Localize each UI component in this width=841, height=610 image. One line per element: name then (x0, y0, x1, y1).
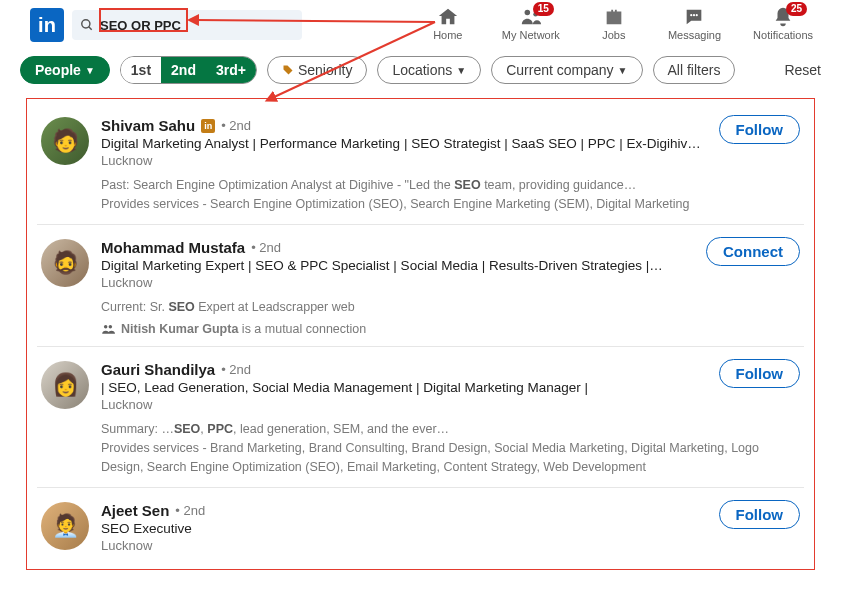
svg-point-6 (696, 14, 698, 16)
result-location: Lucknow (101, 538, 800, 553)
nav-jobs[interactable]: Jobs (592, 6, 636, 41)
follow-button[interactable]: Follow (719, 500, 801, 529)
result-degree: • 2nd (221, 118, 251, 133)
nav-label: My Network (502, 29, 560, 41)
results-region: 🧑 Shivam Sahu in • 2nd Digital Marketing… (0, 98, 841, 570)
result-location: Lucknow (101, 153, 800, 168)
follow-button[interactable]: Follow (719, 359, 801, 388)
result-info: Ajeet Sen • 2nd SEO Executive Lucknow (101, 502, 800, 553)
svg-point-7 (104, 325, 108, 329)
result-info: Shivam Sahu in • 2nd Digital Marketing A… (101, 117, 800, 214)
home-icon (437, 6, 459, 28)
svg-line-1 (89, 27, 92, 30)
result-location: Lucknow (101, 275, 800, 290)
result-location: Lucknow (101, 397, 800, 412)
badge-notifications: 25 (786, 2, 807, 16)
seg-1st[interactable]: 1st (121, 57, 161, 83)
nav-network[interactable]: 15 My Network (502, 6, 560, 41)
nav-label: Home (433, 29, 462, 41)
result-degree: • 2nd (221, 362, 251, 377)
result-name[interactable]: Gauri Shandilya (101, 361, 215, 378)
search-box[interactable] (72, 10, 302, 40)
result-headline: | SEO, Lead Generation, Social Media Man… (101, 380, 800, 395)
topbar: in Home 15 My Network Jobs Messaging 25 … (0, 0, 841, 48)
badge-network: 15 (533, 2, 554, 16)
svg-point-4 (691, 14, 693, 16)
search-input[interactable] (94, 18, 294, 33)
result-row[interactable]: 🧑 Shivam Sahu in • 2nd Digital Marketing… (37, 103, 804, 225)
svg-point-0 (82, 20, 90, 28)
nav-label: Jobs (602, 29, 625, 41)
annotation-results-box: 🧑 Shivam Sahu in • 2nd Digital Marketing… (26, 98, 815, 570)
nav-label: Notifications (753, 29, 813, 41)
avatar[interactable]: 🧑 (41, 117, 89, 165)
follow-button[interactable]: Follow (719, 115, 801, 144)
result-headline: Digital Marketing Analyst | Performance … (101, 136, 800, 151)
result-row[interactable]: 🧔 Mohammad Mustafa • 2nd Digital Marketi… (37, 225, 804, 348)
tag-icon (282, 64, 294, 76)
summary-line: Summary: …SEO, PPC, lead generation, SEM… (101, 422, 449, 436)
filter-seniority[interactable]: Seniority (267, 56, 367, 84)
people-icon (101, 322, 115, 336)
chevron-down-icon: ▼ (85, 65, 95, 76)
services-line: Provides services - Search Engine Optimi… (101, 197, 689, 211)
filter-bar: People▼ 1st 2nd 3rd+ Seniority Locations… (0, 48, 841, 92)
result-headline: SEO Executive (101, 521, 800, 536)
reset-filters[interactable]: Reset (784, 62, 821, 78)
chevron-down-icon: ▼ (456, 65, 466, 76)
services-line: Provides services - Brand Marketing, Bra… (101, 441, 759, 474)
chevron-down-icon: ▼ (618, 65, 628, 76)
filter-company[interactable]: Current company▼ (491, 56, 642, 84)
result-headline: Digital Marketing Expert | SEO & PPC Spe… (101, 258, 800, 273)
result-row[interactable]: 👩 Gauri Shandilya • 2nd | SEO, Lead Gene… (37, 347, 804, 487)
nav-notifications[interactable]: 25 Notifications (753, 6, 813, 41)
avatar[interactable]: 👩 (41, 361, 89, 409)
seg-2nd[interactable]: 2nd (161, 57, 206, 83)
result-name[interactable]: Shivam Sahu (101, 117, 195, 134)
filter-locations[interactable]: Locations▼ (377, 56, 481, 84)
svg-point-5 (693, 14, 695, 16)
result-row[interactable]: 🧑‍💼 Ajeet Sen • 2nd SEO Executive Luckno… (37, 488, 804, 563)
avatar[interactable]: 🧔 (41, 239, 89, 287)
svg-point-2 (524, 10, 530, 16)
search-icon (80, 18, 94, 32)
filter-all[interactable]: All filters (653, 56, 736, 84)
connect-button[interactable]: Connect (706, 237, 800, 266)
nav-messaging[interactable]: Messaging (668, 6, 721, 41)
nav-label: Messaging (668, 29, 721, 41)
nav-home[interactable]: Home (426, 6, 470, 41)
briefcase-icon (603, 6, 625, 28)
filter-people[interactable]: People▼ (20, 56, 110, 84)
connection-segments[interactable]: 1st 2nd 3rd+ (120, 56, 257, 84)
result-info: Gauri Shandilya • 2nd | SEO, Lead Genera… (101, 361, 800, 476)
svg-point-8 (109, 325, 113, 329)
avatar[interactable]: 🧑‍💼 (41, 502, 89, 550)
seg-3rd[interactable]: 3rd+ (206, 57, 256, 83)
past-line: Past: Search Engine Optimization Analyst… (101, 178, 636, 192)
message-icon (683, 6, 705, 28)
current-line: Current: Sr. SEO Expert at Leadscrapper … (101, 300, 355, 314)
result-name[interactable]: Ajeet Sen (101, 502, 169, 519)
premium-badge-icon: in (201, 119, 215, 133)
linkedin-logo[interactable]: in (30, 8, 64, 42)
result-degree: • 2nd (175, 503, 205, 518)
nav-icons: Home 15 My Network Jobs Messaging 25 Not… (426, 6, 813, 41)
result-name[interactable]: Mohammad Mustafa (101, 239, 245, 256)
result-info: Mohammad Mustafa • 2nd Digital Marketing… (101, 239, 800, 337)
result-degree: • 2nd (251, 240, 281, 255)
mutual-line: Nitish Kumar Gupta is a mutual connectio… (101, 322, 800, 336)
